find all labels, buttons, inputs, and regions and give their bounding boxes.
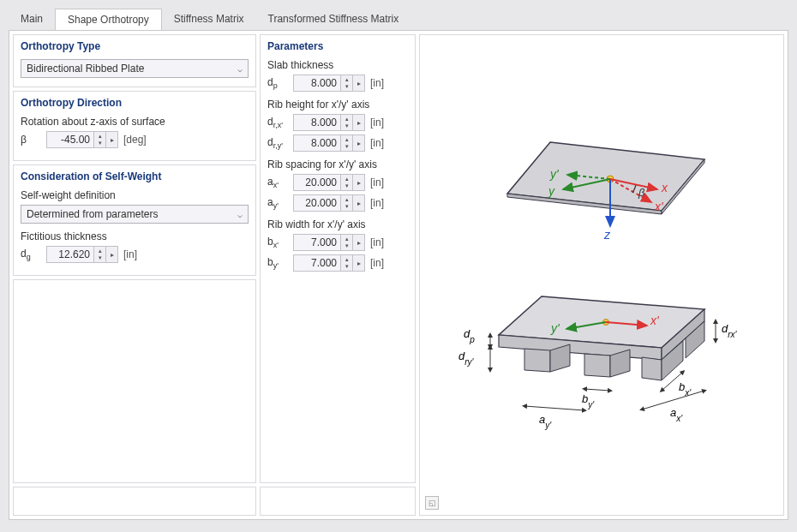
rib-width-label: Rib width for x'/y' axis	[267, 218, 408, 230]
input-bx[interactable]: 7.000	[293, 234, 341, 251]
tab-main[interactable]: Main	[9, 9, 55, 30]
bottom-panel-mid	[260, 487, 416, 516]
svg-text:y': y'	[550, 321, 560, 335]
svg-line-38	[524, 406, 584, 410]
tab-bar: Main Shape Orthotropy Stiffness Matrix T…	[9, 9, 788, 30]
svg-text:drx': drx'	[722, 322, 738, 339]
group-title: Consideration of Self-Weight	[21, 170, 249, 182]
preview-panel: x y z x' y' β	[419, 34, 784, 516]
svg-text:bx': bx'	[679, 380, 692, 398]
select-value: Determined from parameters	[27, 208, 158, 220]
group-title: Orthotropy Direction	[21, 97, 249, 109]
svg-text:ay': ay'	[539, 413, 552, 430]
unit-label: [in]	[370, 197, 384, 209]
group-title: Parameters	[267, 40, 408, 52]
by-symbol: by'	[267, 256, 290, 270]
spinner-menu[interactable]: ▸	[353, 194, 365, 212]
rotation-label: Rotation about z-axis of surface	[21, 116, 249, 128]
spinner-updown[interactable]: ▴▾	[341, 75, 353, 92]
spinner-updown[interactable]: ▴▾	[341, 234, 353, 251]
svg-text:z: z	[603, 228, 611, 242]
dp-symbol: dp	[267, 76, 290, 90]
input-dg[interactable]: 12.620	[46, 246, 94, 263]
unit-label: [in]	[370, 77, 384, 89]
selfweight-def-label: Self-weight definition	[21, 189, 249, 201]
ax-symbol: ax'	[267, 176, 290, 189]
group-parameters: Parameters Slab thickness dp 8.000 ▴▾ ▸ …	[260, 34, 416, 483]
svg-text:dry': dry'	[458, 350, 475, 367]
view-options-icon[interactable]: ◱	[425, 496, 439, 510]
spinner-menu[interactable]: ▸	[353, 75, 365, 92]
svg-marker-22	[642, 357, 662, 380]
tab-shape-orthotropy[interactable]: Shape Orthotropy	[55, 9, 162, 30]
beta-symbol: β	[21, 134, 43, 146]
svg-text:x: x	[661, 181, 668, 194]
slab-thickness-label: Slab thickness	[267, 59, 408, 71]
spinner-menu[interactable]: ▸	[353, 234, 365, 251]
svg-text:y: y	[548, 184, 555, 198]
chevron-down-icon: ⌵	[237, 210, 243, 219]
spinner-menu[interactable]: ▸	[353, 114, 365, 131]
tab-stiffness-matrix[interactable]: Stiffness Matrix	[162, 9, 256, 30]
spinner-updown[interactable]: ▴▾	[94, 131, 106, 148]
spinner-updown[interactable]: ▴▾	[341, 254, 353, 272]
input-ay[interactable]: 20.000	[293, 194, 341, 212]
spinner-menu[interactable]: ▸	[106, 131, 118, 148]
svg-marker-18	[524, 349, 550, 372]
rib-spacing-label: Rib spacing for x'/y' axis	[267, 158, 408, 170]
spinner-menu[interactable]: ▸	[353, 174, 365, 191]
spinner-menu[interactable]: ▸	[353, 254, 365, 272]
bx-symbol: bx'	[267, 236, 290, 249]
spinner-updown[interactable]: ▴▾	[341, 114, 353, 131]
chevron-down-icon: ⌵	[237, 64, 243, 74]
input-ax[interactable]: 20.000	[293, 174, 341, 191]
drx-symbol: dr,x'	[267, 116, 290, 129]
svg-text:x': x'	[650, 314, 660, 327]
spinner-updown[interactable]: ▴▾	[94, 246, 106, 263]
dry-symbol: dr,y'	[267, 136, 290, 150]
spinner-updown[interactable]: ▴▾	[341, 174, 353, 191]
input-dp[interactable]: 8.000	[293, 75, 341, 92]
svg-marker-20	[584, 354, 610, 377]
select-orthotropy-type[interactable]: Bidirectional Ribbed Plate ⌵	[21, 59, 249, 78]
input-beta[interactable]: -45.00	[46, 131, 94, 148]
input-by[interactable]: 7.000	[293, 254, 341, 272]
input-dry[interactable]: 8.000	[293, 134, 341, 152]
unit-label: [in]	[370, 176, 384, 188]
group-orthotropy-type: Orthotropy Type Bidirectional Ribbed Pla…	[13, 34, 256, 87]
svg-text:ax': ax'	[670, 406, 683, 423]
blank-panel	[13, 279, 256, 483]
unit-label: [in]	[370, 236, 384, 248]
unit-label: [in]	[370, 117, 384, 129]
spinner-menu[interactable]: ▸	[106, 246, 118, 263]
svg-text:x': x'	[654, 200, 664, 213]
spinner-updown[interactable]: ▴▾	[341, 194, 353, 212]
group-title: Orthotropy Type	[21, 40, 249, 52]
bottom-panel-left	[13, 487, 256, 516]
unit-label: [in]	[123, 248, 137, 260]
svg-text:β: β	[638, 186, 645, 199]
svg-text:dp: dp	[464, 327, 475, 344]
svg-text:y': y'	[549, 167, 560, 181]
group-orthotropy-direction: Orthotropy Direction Rotation about z-ax…	[13, 91, 256, 161]
select-value: Bidirectional Ribbed Plate	[27, 63, 144, 75]
ribbed-plate-diagram: x' y' dp dry' drx' by'	[443, 271, 760, 433]
ay-symbol: ay'	[267, 196, 290, 210]
spinner-menu[interactable]: ▸	[353, 134, 365, 152]
unit-label: [deg]	[123, 134, 147, 146]
input-drx[interactable]: 8.000	[293, 114, 341, 131]
axes-diagram: x y z x' y' β	[464, 117, 739, 271]
svg-text:by': by'	[582, 392, 595, 409]
svg-line-36	[584, 389, 610, 391]
fictitious-thickness-label: Fictitious thickness	[21, 230, 249, 242]
rib-height-label: Rib height for x'/y' axis	[267, 99, 408, 111]
unit-label: [in]	[370, 137, 384, 149]
spinner-updown[interactable]: ▴▾	[341, 134, 353, 152]
unit-label: [in]	[370, 257, 384, 269]
select-selfweight-definition[interactable]: Determined from parameters ⌵	[21, 205, 249, 224]
tab-transformed-stiffness[interactable]: Transformed Stiffness Matrix	[256, 9, 411, 30]
group-self-weight: Consideration of Self-Weight Self-weight…	[13, 164, 256, 276]
dg-symbol: dg	[21, 248, 43, 261]
